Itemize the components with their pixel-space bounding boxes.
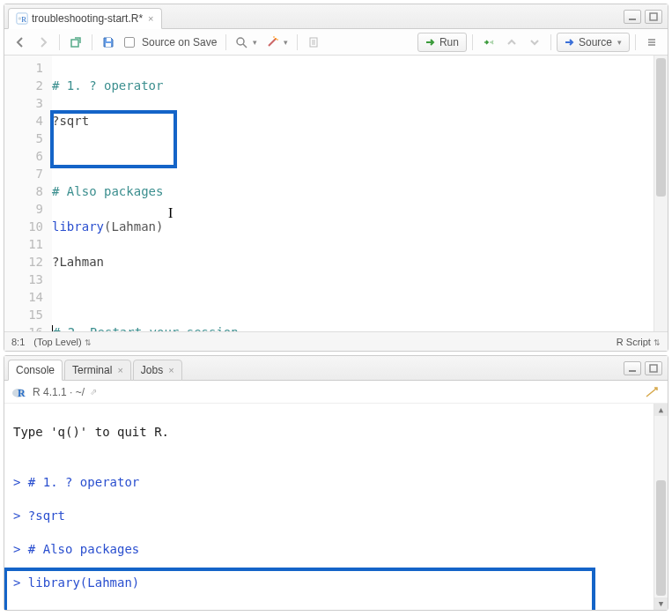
minimize-pane-button[interactable] bbox=[624, 10, 641, 24]
line-number: 7 bbox=[4, 165, 43, 182]
console-body[interactable]: Type 'q()' to quit R. > # 1. ? operator … bbox=[4, 404, 668, 610]
code-arg: Lahman bbox=[111, 219, 156, 234]
line-gutter: 1 2 3 4 5 6 7 8 9 10 11 12 13 14 15 16 bbox=[4, 56, 52, 331]
separator bbox=[297, 34, 298, 50]
console-line: > ?sqrt bbox=[13, 508, 65, 523]
find-button[interactable]: ▾ bbox=[232, 33, 261, 52]
file-tab[interactable]: R troubleshooting-start.R* × bbox=[8, 8, 162, 29]
forward-button[interactable] bbox=[33, 33, 54, 52]
tab-jobs[interactable]: Jobs × bbox=[133, 360, 182, 381]
line-number: 14 bbox=[4, 288, 43, 306]
scope-selector[interactable]: (Top Level) ⇅ bbox=[33, 337, 91, 347]
section-up-button[interactable] bbox=[501, 33, 522, 52]
rerun-button[interactable] bbox=[478, 33, 499, 52]
svg-point-12 bbox=[274, 36, 276, 38]
line-number: 10 bbox=[4, 218, 43, 235]
console-line: > # 1. ? operator bbox=[13, 475, 139, 489]
svg-text:R: R bbox=[21, 15, 26, 24]
console-line: > library(Lahman) bbox=[13, 575, 139, 590]
separator bbox=[472, 34, 473, 50]
line-number: 1 bbox=[4, 59, 43, 77]
clear-console-button[interactable] bbox=[643, 383, 661, 401]
wand-button[interactable]: ▾ bbox=[262, 33, 292, 52]
back-button[interactable] bbox=[10, 33, 31, 52]
svg-line-9 bbox=[243, 44, 247, 48]
line-number: 8 bbox=[4, 182, 43, 200]
close-tab-icon[interactable]: × bbox=[148, 13, 153, 24]
file-tab-label: troubleshooting-start.R* bbox=[32, 12, 143, 25]
wd-picker-icon[interactable]: ⇗ bbox=[90, 387, 97, 397]
separator bbox=[59, 34, 60, 50]
maximize-pane-button[interactable] bbox=[645, 361, 662, 375]
svg-rect-4 bbox=[650, 13, 657, 20]
code-paren: ) bbox=[156, 219, 163, 234]
source-statusbar: 8:1 (Top Level) ⇅ R Script ⇅ bbox=[4, 331, 668, 351]
close-tab-icon[interactable]: × bbox=[117, 365, 122, 375]
tab-terminal[interactable]: Terminal × bbox=[64, 360, 131, 381]
source-pane: R troubleshooting-start.R* × Source on S… bbox=[4, 4, 668, 352]
line-number: 15 bbox=[4, 306, 43, 323]
tab-terminal-label: Terminal bbox=[72, 364, 112, 376]
line-number: 5 bbox=[4, 130, 43, 147]
svg-point-8 bbox=[237, 38, 244, 45]
outline-button[interactable] bbox=[641, 33, 662, 52]
separator bbox=[225, 34, 226, 50]
chevron-down-icon: ▾ bbox=[253, 38, 257, 47]
minimize-pane-button[interactable] bbox=[624, 361, 641, 375]
source-tabrow: R troubleshooting-start.R* × bbox=[4, 4, 668, 29]
cursor-position: 8:1 bbox=[11, 337, 25, 347]
svg-line-10 bbox=[269, 39, 276, 46]
source-on-save-label: Source on Save bbox=[142, 36, 217, 48]
maximize-pane-button[interactable] bbox=[645, 10, 662, 24]
scroll-thumb[interactable] bbox=[656, 480, 666, 596]
editor-area[interactable]: 1 2 3 4 5 6 7 8 9 10 11 12 13 14 15 16 #… bbox=[4, 56, 668, 331]
console-scrollbar[interactable]: ▲ ▼ bbox=[654, 404, 668, 610]
svg-point-11 bbox=[275, 38, 277, 40]
close-tab-icon[interactable]: × bbox=[168, 365, 174, 375]
line-number: 13 bbox=[4, 271, 43, 288]
pane-window-controls bbox=[624, 361, 662, 375]
line-number: 9 bbox=[4, 200, 43, 218]
svg-rect-22 bbox=[650, 365, 657, 372]
console-pane: Console Terminal × Jobs × R R 4.1.1 · ~/… bbox=[4, 355, 668, 611]
console-line: Type 'q()' to quit R. bbox=[13, 425, 169, 439]
chevron-down-icon: ▾ bbox=[617, 38, 622, 47]
code-content[interactable]: # 1. ? operator ?sqrt # Also packages li… bbox=[52, 56, 668, 331]
source-button[interactable]: Source ▾ bbox=[557, 33, 630, 52]
popout-button[interactable] bbox=[65, 33, 86, 52]
editor-scrollbar[interactable] bbox=[654, 56, 668, 331]
compile-report-button[interactable] bbox=[303, 33, 324, 52]
code-line: # Also packages bbox=[52, 184, 163, 198]
source-on-save-toggle[interactable]: Source on Save bbox=[121, 33, 220, 52]
svg-rect-7 bbox=[107, 38, 111, 41]
separator bbox=[550, 34, 551, 50]
checkbox-icon bbox=[124, 37, 135, 48]
console-line: > # Also packages bbox=[13, 542, 139, 556]
separator bbox=[635, 34, 636, 50]
code-line: ?Lahman bbox=[52, 255, 104, 269]
line-number: 12 bbox=[4, 253, 43, 271]
svg-text:R: R bbox=[18, 387, 26, 399]
console-tabrow: Console Terminal × Jobs × bbox=[4, 356, 668, 381]
section-down-button[interactable] bbox=[524, 33, 545, 52]
pane-window-controls bbox=[624, 10, 662, 24]
save-button[interactable] bbox=[98, 33, 119, 52]
r-logo-icon: R bbox=[11, 384, 27, 400]
code-line: ?sqrt bbox=[52, 114, 89, 128]
tab-console[interactable]: Console bbox=[8, 360, 63, 381]
svg-rect-6 bbox=[106, 43, 111, 47]
scroll-thumb[interactable] bbox=[656, 58, 666, 197]
run-button[interactable]: Run bbox=[417, 33, 467, 52]
language-selector[interactable]: R Script ⇅ bbox=[617, 337, 661, 347]
code-func: library bbox=[52, 219, 104, 234]
r-script-icon: R bbox=[16, 12, 28, 25]
svg-rect-5 bbox=[71, 40, 78, 47]
line-number: 4 bbox=[4, 112, 43, 130]
scroll-up-icon[interactable]: ▲ bbox=[654, 404, 668, 416]
scroll-down-icon[interactable]: ▼ bbox=[654, 597, 668, 610]
line-number: 3 bbox=[4, 94, 43, 112]
line-number: 2 bbox=[4, 77, 43, 94]
line-number: 6 bbox=[4, 147, 43, 165]
svg-rect-21 bbox=[629, 370, 636, 372]
run-label: Run bbox=[439, 36, 459, 48]
